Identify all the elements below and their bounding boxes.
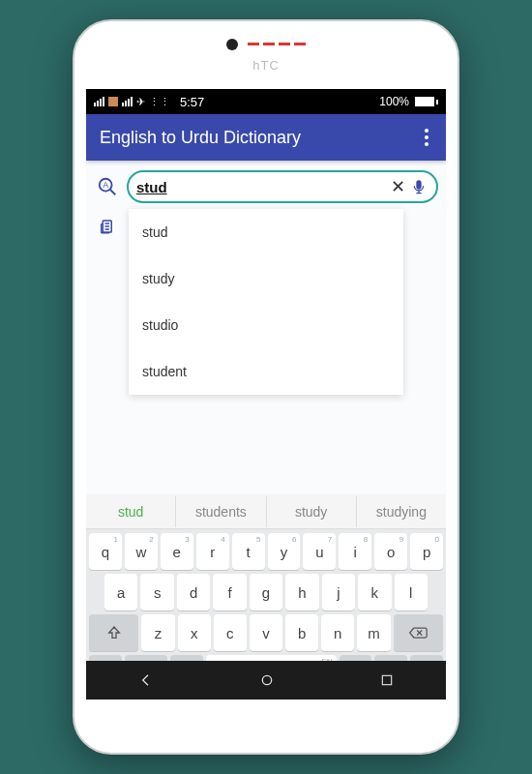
search-input[interactable] xyxy=(136,179,387,195)
key-n[interactable]: n xyxy=(321,614,354,651)
home-button[interactable] xyxy=(259,672,275,688)
key-e[interactable]: e3 xyxy=(161,533,193,570)
search-mode-icon[interactable]: A xyxy=(94,173,121,200)
signal-icon xyxy=(94,97,104,106)
key-a[interactable]: a xyxy=(104,574,137,610)
battery-icon xyxy=(415,97,438,106)
app-bar: English to Urdu Dictionary xyxy=(86,114,446,161)
front-camera xyxy=(226,39,238,50)
key-h[interactable]: h xyxy=(285,574,318,610)
key-b[interactable]: b xyxy=(285,614,318,651)
key-m[interactable]: m xyxy=(357,614,390,651)
mic-icon[interactable] xyxy=(409,178,429,195)
svg-rect-12 xyxy=(382,675,391,684)
key-i[interactable]: i8 xyxy=(339,533,371,570)
svg-rect-3 xyxy=(416,180,421,189)
key-v[interactable]: v xyxy=(250,614,282,651)
prediction-item[interactable]: study xyxy=(267,496,357,527)
backspace-key[interactable] xyxy=(394,614,443,651)
phone-bottom-bezel xyxy=(74,700,458,753)
key-u[interactable]: u7 xyxy=(303,533,336,570)
overflow-menu-button[interactable] xyxy=(421,125,432,150)
status-bar: ✈ ⋮⋮ 5:57 100% xyxy=(86,89,446,114)
svg-line-1 xyxy=(110,190,116,195)
suggestion-item[interactable]: stud xyxy=(129,209,403,255)
key-p[interactable]: p0 xyxy=(410,533,443,570)
search-box: ✕ xyxy=(127,170,438,203)
copy-icon[interactable] xyxy=(98,217,115,236)
suggestion-item[interactable]: student xyxy=(129,348,403,395)
screen: ✈ ⋮⋮ 5:57 100% English to Urdu Dictionar… xyxy=(86,89,446,700)
key-g[interactable]: g xyxy=(250,574,282,610)
suggestion-item[interactable]: studio xyxy=(129,302,403,348)
key-o[interactable]: o9 xyxy=(374,533,407,570)
key-r[interactable]: r4 xyxy=(196,533,229,570)
sim-icon xyxy=(108,97,118,106)
key-x[interactable]: x xyxy=(178,614,211,651)
nav-bar xyxy=(86,661,446,700)
shift-key[interactable] xyxy=(89,614,138,651)
phone-top-bezel: hTC xyxy=(74,21,458,89)
phone-brand-label: hTC xyxy=(252,58,280,73)
keyboard-predictions: stud students study studying xyxy=(86,494,446,529)
earpiece xyxy=(248,43,306,45)
key-j[interactable]: j xyxy=(322,574,355,610)
recents-button[interactable] xyxy=(380,673,394,687)
svg-point-11 xyxy=(262,675,271,684)
signal-icon-2 xyxy=(122,97,133,106)
key-t[interactable]: t5 xyxy=(232,533,265,570)
suggestion-dropdown: stud study studio student xyxy=(129,209,403,395)
key-c[interactable]: c xyxy=(214,614,247,651)
key-d[interactable]: d xyxy=(177,574,210,610)
battery-percent: 100% xyxy=(379,95,409,108)
key-f[interactable]: f xyxy=(213,574,246,610)
status-clock: 5:57 xyxy=(180,95,204,109)
search-row: A ✕ xyxy=(86,161,446,209)
prediction-item[interactable]: studying xyxy=(357,496,446,527)
carrier-icon: ✈ xyxy=(136,96,145,108)
suggestion-item[interactable]: study xyxy=(129,255,403,302)
key-y[interactable]: y6 xyxy=(268,533,301,570)
back-button[interactable] xyxy=(138,672,154,688)
wifi-icon: ⋮⋮ xyxy=(149,96,170,108)
key-q[interactable]: q1 xyxy=(89,533,122,570)
clear-icon[interactable]: ✕ xyxy=(387,176,409,197)
key-k[interactable]: k xyxy=(358,574,391,610)
app-title: English to Urdu Dictionary xyxy=(100,128,421,148)
prediction-item[interactable]: stud xyxy=(86,496,176,527)
key-z[interactable]: z xyxy=(141,614,174,651)
phone-frame: hTC ✈ ⋮⋮ 5:57 100% English to U xyxy=(73,19,459,755)
key-w[interactable]: w2 xyxy=(125,533,158,570)
keyboard: stud students study studying q1w2e3r4t5y… xyxy=(86,494,446,700)
svg-text:A: A xyxy=(103,181,108,190)
prediction-item[interactable]: students xyxy=(176,496,266,527)
key-s[interactable]: s xyxy=(140,574,173,610)
power-button xyxy=(458,186,459,244)
key-l[interactable]: l xyxy=(395,574,428,610)
